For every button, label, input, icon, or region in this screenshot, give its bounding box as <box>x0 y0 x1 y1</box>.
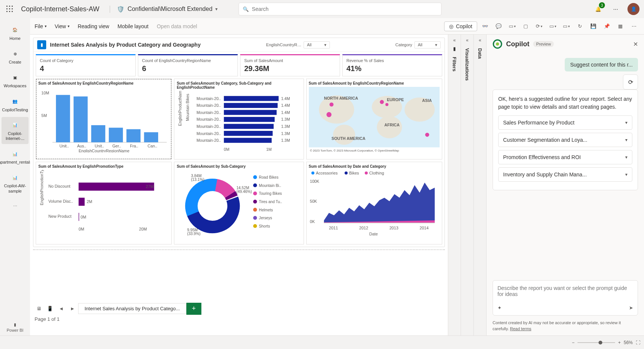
more-icon[interactable]: ⋯ <box>610 4 621 14</box>
svg-rect-6 <box>6 11 8 12</box>
nav-home[interactable]: 🏠Home <box>2 22 29 44</box>
nav-more[interactable]: ⋯ <box>2 198 29 215</box>
waffle-icon[interactable] <box>5 4 15 14</box>
search-input[interactable]: 🔍 <box>239 3 441 15</box>
filters-pane[interactable]: « ▮ Filters <box>448 35 461 335</box>
menu-file[interactable]: File ▾ <box>35 23 47 29</box>
notifications-button[interactable]: 🔔 3 <box>593 4 603 14</box>
fit-page-icon[interactable]: ⛶ <box>636 340 640 345</box>
svg-rect-8 <box>12 11 13 12</box>
slicer-category[interactable]: Category All▾ <box>395 41 441 49</box>
viz-bar-promo[interactable]: Sum of SalesAmount by EnglishPromotionTy… <box>36 162 172 244</box>
kpi-card[interactable]: Revenue % of Sales41% <box>342 54 442 76</box>
nav-apartment[interactable]: 📊apartment_rentals <box>2 146 29 168</box>
svg-rect-71 <box>79 198 85 206</box>
slicer-country[interactable]: EnglishCountryR… All▾ <box>266 41 330 49</box>
mobile-view-icon[interactable]: 📱 <box>44 303 56 314</box>
kpi-card[interactable]: Count of Category4 <box>36 54 136 76</box>
svg-point-89 <box>253 175 257 179</box>
desktop-view-icon[interactable]: 🖥 <box>33 303 44 314</box>
svg-point-93 <box>253 192 257 196</box>
menu-mobile-layout[interactable]: Mobile layout <box>118 23 149 29</box>
save-icon[interactable]: 💾 <box>588 21 599 32</box>
svg-text:(13.1%): (13.1%) <box>191 178 205 182</box>
comment-icon[interactable]: 💬 <box>493 21 504 32</box>
svg-text:No Discount: No Discount <box>48 184 70 188</box>
teams-icon[interactable]: ▦ <box>615 21 626 32</box>
regenerate-button[interactable]: ⟳ <box>623 74 638 90</box>
menu-reading-view[interactable]: Reading view <box>78 23 109 29</box>
copilot-disclaimer: Content created by AI may not be accurat… <box>487 320 644 335</box>
svg-point-52 <box>333 125 355 145</box>
kpi-card[interactable]: Count of EnglishCountryRegionName6 <box>138 54 238 76</box>
svg-rect-13 <box>74 96 88 142</box>
chevron-left-icon[interactable]: « <box>466 38 469 43</box>
send-icon[interactable]: ➤ <box>629 305 633 311</box>
reset-icon[interactable]: ↻ <box>574 21 585 32</box>
nav-powerbi[interactable]: ▮Power BI <box>2 319 29 335</box>
nav-aw-sample[interactable]: 📊Copilot-AW-sample <box>2 169 29 196</box>
next-page-icon[interactable]: ► <box>67 303 78 314</box>
viz-area[interactable]: Sum of SalesAmount by Date and Category … <box>306 162 442 244</box>
explore-icon[interactable]: 👓 <box>479 21 491 32</box>
export-icon[interactable]: ▭▾ <box>547 21 558 32</box>
nav-workspaces[interactable]: ▣Workspaces <box>2 69 29 91</box>
close-icon[interactable]: ✕ <box>633 41 638 48</box>
visualizations-pane[interactable]: « Visualizations <box>461 35 473 335</box>
chevron-down-icon: ▾ <box>625 120 627 125</box>
search-field[interactable] <box>252 6 437 12</box>
viz-map[interactable]: Sum of SalesAmount by EnglishCountryRegi… <box>306 79 442 159</box>
zoom-in-icon[interactable]: + <box>618 340 621 345</box>
svg-rect-5 <box>12 8 13 9</box>
copilot-textarea[interactable] <box>497 285 633 302</box>
copilot-button[interactable]: ◎ Copilot <box>444 21 477 31</box>
svg-rect-43 <box>224 138 272 143</box>
suggestion-item[interactable]: Customer Segmentation and Loya...▾ <box>498 133 632 147</box>
suggestion-item[interactable]: Sales Performance by Product▾ <box>498 115 632 130</box>
view-icon[interactable]: ▢ <box>520 21 531 32</box>
svg-text:Can..: Can.. <box>148 144 157 148</box>
zoom-slider[interactable] <box>577 342 615 343</box>
suggestion-item[interactable]: Inventory and Supply Chain Mana...▾ <box>498 167 632 182</box>
svg-text:Aus..: Aus.. <box>77 144 86 148</box>
svg-text:Unit..: Unit.. <box>59 144 69 148</box>
nav-copilot-internet[interactable]: 📊Copilot-Internet-... <box>2 117 29 144</box>
avatar[interactable]: 👤 <box>627 3 639 15</box>
nav-create[interactable]: ⊕Create <box>2 46 29 68</box>
chevron-left-icon[interactable]: « <box>453 38 456 43</box>
refresh-icon[interactable]: ⟳▾ <box>534 21 545 32</box>
zoom-control[interactable]: − + 56% ⛶ <box>572 340 640 345</box>
sparkle-icon[interactable]: ✦ <box>497 305 502 311</box>
sensitivity-label[interactable]: 🛡️ Confidential\Microsoft Extended ▾ <box>110 6 218 13</box>
svg-point-54 <box>376 116 402 138</box>
chevron-left-icon[interactable]: « <box>479 38 481 43</box>
copilot-response: OK, here's a suggested outline for your … <box>493 90 638 190</box>
suggestion-item[interactable]: Promotion Effectiveness and ROI▾ <box>498 150 632 164</box>
viz-bar-product[interactable]: Sum of SalesAmount by Category, Sub-Cate… <box>174 79 304 159</box>
app-title: Copilot-Internet-Sales-AW <box>21 5 104 13</box>
data-pane[interactable]: « Data <box>473 35 486 335</box>
powerbi-icon: ▮ <box>14 322 16 327</box>
kpi-card[interactable]: Sum of SalesAmount29.36M <box>240 54 340 76</box>
svg-text:Mountain Bi..: Mountain Bi.. <box>259 184 281 188</box>
page-tab[interactable]: Internet Sales Analysis by Product Categ… <box>78 303 186 314</box>
svg-text:1.3M: 1.3M <box>281 117 290 121</box>
more-icon[interactable]: ⋯ <box>628 21 639 32</box>
menu-view[interactable]: View ▾ <box>55 23 70 29</box>
viz-bar-country[interactable]: Sum of SalesAmount by EnglishCountryRegi… <box>36 79 172 159</box>
share-icon[interactable]: ▭▾ <box>561 21 572 32</box>
bookmark-icon[interactable]: ▭▾ <box>506 21 518 32</box>
nav-copilot-testing[interactable]: 👥CopilotTesting <box>2 93 29 115</box>
svg-text:1.3M: 1.3M <box>281 138 290 143</box>
zoom-out-icon[interactable]: − <box>572 340 574 345</box>
svg-text:Unit..: Unit.. <box>95 144 104 148</box>
add-page-button[interactable]: + <box>186 303 201 315</box>
viz-donut[interactable]: Sum of SalesAmount by Sub-Category 3.84M… <box>174 162 304 244</box>
prev-page-icon[interactable]: ◄ <box>56 303 67 314</box>
report-canvas[interactable]: ▮ Internet Sales Analysis by Product Cat… <box>30 35 448 335</box>
svg-rect-4 <box>9 8 10 9</box>
svg-rect-28 <box>224 103 278 108</box>
copilot-input[interactable]: ✦ ➤ <box>493 280 638 316</box>
pin-icon[interactable]: 📌 <box>601 21 612 32</box>
read-terms-link[interactable]: Read terms <box>510 326 531 331</box>
